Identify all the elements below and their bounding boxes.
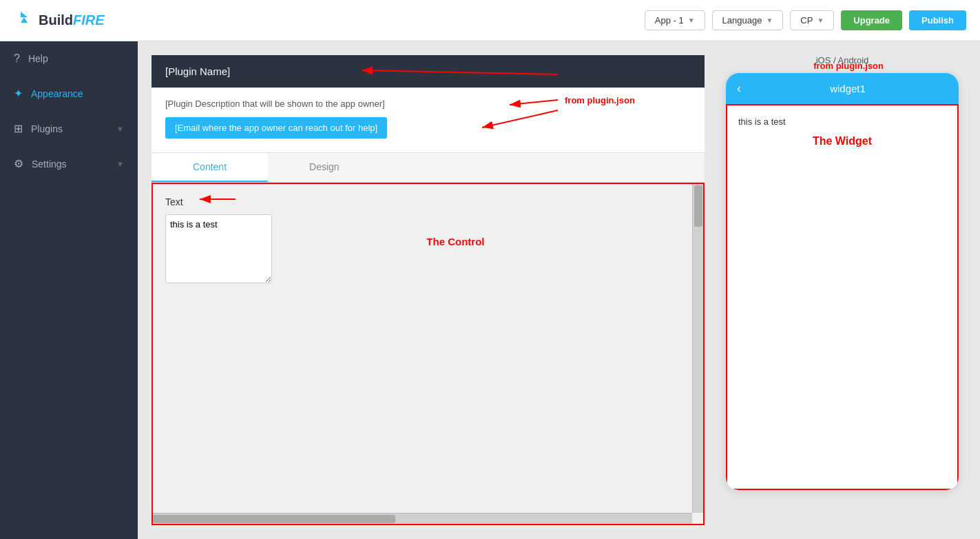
plugin-header: [Plugin Name] [152, 55, 705, 88]
help-icon: ? [14, 52, 20, 65]
plugin-body-content: Text this is a test T [153, 184, 703, 298]
logo-build-text: BuildFIRE [39, 12, 105, 28]
tab-content[interactable]: Content [152, 153, 268, 182]
logo: BuildFIRE [14, 10, 105, 31]
sidebar-item-settings-label: Settings [32, 159, 108, 170]
phone-body: this is a test The Widget [726, 104, 959, 490]
logo-build-word: Build [39, 12, 73, 28]
phone-widget-title: widget1 [748, 83, 948, 94]
text-field-label: Text [165, 196, 183, 207]
phone-frame: ‹ widget1 this is a test The Widget [725, 72, 959, 491]
plugins-icon: ⊞ [14, 122, 23, 135]
plugin-panel-wrapper: [Plugin Name] [Plugin Description that w… [152, 55, 705, 525]
phone-preview: iOS / Android ‹ widget1 this is a test T… [718, 55, 966, 525]
language-chevron: ▼ [766, 17, 773, 24]
main-layout: ? Help ✦ Appearance ⊞ Plugins ▼ ⚙ Settin… [0, 41, 980, 539]
cp-btn[interactable]: CP ▼ [790, 10, 834, 30]
sidebar-item-plugins[interactable]: ⊞ Plugins ▼ [0, 111, 138, 146]
plugin-description-text: [Plugin Description that will be shown t… [165, 99, 691, 109]
text-field-label-row: Text [165, 196, 682, 207]
phone-header-bar: ‹ widget1 [726, 73, 959, 104]
appearance-icon: ✦ [14, 87, 23, 100]
sidebar-item-plugins-label: Plugins [31, 123, 108, 134]
plugin-description-area: [Plugin Description that will be shown t… [152, 88, 705, 153]
text-textarea[interactable]: this is a test [165, 214, 272, 283]
the-control-label: The Control [426, 236, 484, 247]
plugin-email-button[interactable]: [Email where the app owner can reach out… [165, 117, 387, 139]
cp-label: CP [800, 15, 813, 26]
sidebar-item-settings[interactable]: ⚙ Settings ▼ [0, 146, 138, 181]
language-btn[interactable]: Language ▼ [712, 10, 784, 30]
settings-icon: ⚙ [14, 157, 23, 170]
app-selector-label: App - 1 [655, 15, 684, 26]
sidebar: ? Help ✦ Appearance ⊞ Plugins ▼ ⚙ Settin… [0, 41, 138, 539]
scrollbar-thumb-bottom [153, 515, 395, 523]
header-right: App - 1 ▼ Language ▼ CP ▼ Upgrade Publis… [645, 10, 966, 30]
plugin-name-label: [Plugin Name] [165, 65, 230, 77]
upgrade-button[interactable]: Upgrade [841, 10, 902, 30]
phone-widget-label: The Widget [738, 135, 946, 148]
phone-back-button[interactable]: ‹ [737, 81, 741, 96]
plugin-top-section: [Plugin Name] [Plugin Description that w… [152, 55, 705, 153]
sidebar-item-help[interactable]: ? Help [0, 41, 138, 76]
publish-button[interactable]: Publish [909, 10, 966, 30]
logo-icon [14, 10, 34, 31]
phone-body-text: this is a test [738, 116, 946, 127]
arrow-text-label [194, 194, 236, 207]
app-selector-chevron: ▼ [688, 17, 695, 24]
sidebar-item-appearance-label: Appearance [31, 88, 124, 99]
tabs-bar: Content Design [152, 153, 705, 183]
sidebar-item-appearance[interactable]: ✦ Appearance [0, 76, 138, 111]
logo-fire-word: FIRE [73, 12, 105, 28]
ios-android-label: iOS / Android [816, 55, 869, 65]
scrollbar-bottom[interactable] [153, 513, 692, 524]
tab-design[interactable]: Design [268, 153, 381, 182]
language-label: Language [722, 15, 762, 26]
plugins-arrow-icon: ▼ [116, 125, 124, 133]
app-selector-btn[interactable]: App - 1 ▼ [645, 10, 705, 30]
cp-chevron: ▼ [817, 17, 824, 24]
settings-arrow-icon: ▼ [116, 160, 124, 168]
plugin-body: Text this is a test T [152, 183, 705, 525]
top-header: BuildFIRE App - 1 ▼ Language ▼ CP ▼ Upgr… [0, 0, 980, 41]
svg-marker-0 [21, 12, 28, 23]
sidebar-item-help-label: Help [28, 53, 124, 64]
content-area: [Plugin Name] [Plugin Description that w… [138, 41, 980, 539]
